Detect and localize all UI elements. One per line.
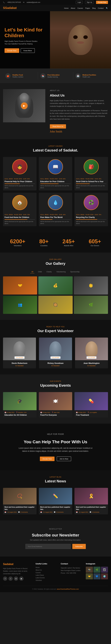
nav-home[interactable]: Home bbox=[64, 7, 68, 9]
newsletter-submit-button[interactable]: Subscribe bbox=[72, 544, 86, 549]
gallery-item-3[interactable]: 👶 bbox=[74, 276, 108, 294]
footer-about-col: Sadakat High Quality Facts Proven In Rec… bbox=[3, 562, 32, 582]
feature-medical-title: Medical Facilities bbox=[82, 74, 96, 76]
email-address: sadakat@gmail.com bbox=[26, 2, 40, 3]
newsletter-tag: Newsletter bbox=[3, 528, 108, 530]
volunteer-role-2: Sr Volunteer bbox=[41, 365, 70, 366]
topbar-donate-button[interactable]: Donate Now bbox=[96, 1, 108, 4]
twitter-icon[interactable]: t bbox=[8, 576, 13, 581]
filter-child[interactable]: Child bbox=[37, 270, 43, 273]
causes-header: Latest Caused Latest Caused of Sadakat. bbox=[3, 145, 108, 152]
insta-item-1[interactable]: 📸 bbox=[86, 567, 93, 573]
news-meta-3: 📅 31 August 2021 💬 3 Comments bbox=[76, 512, 106, 513]
footer-link-volunteer[interactable]: Volunteer bbox=[36, 580, 58, 581]
features-bar: 🍎 Healthy Food Healthy nutrition 📚 Pure … bbox=[0, 68, 111, 83]
volunteer-role-3: Sr Volunteer bbox=[77, 365, 106, 366]
phone-number: +880(1234) 5678-90 bbox=[7, 2, 21, 3]
event-title-2: Food For Everyone bbox=[40, 414, 71, 416]
events-header: Our Events Upcoming Events bbox=[3, 380, 108, 388]
footer-copyright: © 2021 Sadakat. All rights reserved. www… bbox=[32, 588, 79, 590]
footer-link-about[interactable]: About Us bbox=[36, 569, 58, 571]
youtube-icon[interactable]: ▶ bbox=[19, 576, 24, 581]
volunteer-card-2: VOLUNTEER Rickey Goodman Sr Volunteer bbox=[39, 338, 72, 368]
cause-img-3: 🎒 bbox=[74, 157, 108, 176]
cause-card-4: 🏠 GOAL: $5000 RAISE: $700 GIVE: 75% Food… bbox=[3, 193, 36, 226]
gallery-item-2[interactable]: 💰 bbox=[38, 276, 72, 294]
help-join-button[interactable]: Join to Now bbox=[57, 456, 71, 461]
footer-link-causes[interactable]: Causes bbox=[36, 572, 58, 574]
login-button[interactable]: Login bbox=[76, 1, 83, 4]
event-meta-1: 📅 01 May 2021 📍 Houston, USA bbox=[4, 412, 35, 413]
cause-img-1: 👧 bbox=[3, 157, 36, 176]
hero-donate-button[interactable]: Donate Now bbox=[4, 48, 19, 53]
filter-all[interactable]: All bbox=[30, 270, 34, 273]
gallery-item-6[interactable]: 🌿 bbox=[74, 296, 108, 314]
instagram-icon[interactable]: in bbox=[14, 576, 18, 581]
insta-item-3[interactable]: 👨‍👩‍👧 bbox=[101, 567, 108, 573]
nav-causes[interactable]: Causes bbox=[78, 7, 83, 9]
cause-stats-4: GOAL: $5000 RAISE: $700 GIVE: 75% bbox=[4, 214, 35, 215]
footer-link-home[interactable]: Home bbox=[36, 567, 58, 568]
nav-blog[interactable]: Blog bbox=[92, 7, 96, 9]
cause-img-6: ♻️ bbox=[74, 193, 108, 212]
footer: Sadakat High Quality Facts Proven In Rec… bbox=[0, 556, 111, 592]
event-body-1: 📅 01 May 2021 📍 Houston, USA Education f… bbox=[3, 410, 36, 418]
gallery-item-5[interactable]: 🥘 bbox=[38, 296, 72, 314]
insta-item-4[interactable]: 🤝 bbox=[86, 573, 93, 579]
event-title-3: Free Treatment bbox=[76, 414, 106, 416]
insta-item-6[interactable]: 🌍 bbox=[101, 573, 108, 579]
help-section: Help For Poor You Can Help The Poor With… bbox=[0, 424, 111, 470]
help-desc: Lorem ipsum dolor sit amet, consectetur … bbox=[18, 446, 93, 453]
counter-donors-num: 605+ bbox=[89, 238, 101, 245]
about-readmore-button[interactable]: Read More Us bbox=[50, 124, 66, 128]
cause-card-1: 👧 GOAL: $5000 RAISE: $700 GIVE: 50% Fina… bbox=[3, 157, 36, 190]
play-button[interactable]: ▶ bbox=[21, 102, 28, 109]
volunteer-img-1: VOLUNTEER bbox=[3, 338, 36, 360]
volunteers-section: Ready to Help You Our Expert Volunteer V… bbox=[0, 320, 111, 374]
news-img-3: 🎗️ bbox=[74, 488, 108, 504]
nav-pages[interactable]: Pages bbox=[85, 7, 90, 9]
cause-stats-1: GOAL: $5000 RAISE: $700 GIVE: 50% bbox=[4, 178, 35, 180]
cause-title-6: Recycling For Charity bbox=[76, 216, 106, 218]
help-tag: Help For Poor bbox=[18, 433, 93, 436]
signup-button[interactable]: Sign Up bbox=[85, 1, 94, 4]
feature-medical: 🏥 Medical Facilities Health care bbox=[73, 72, 108, 80]
volunteer-role-1: Sr Volunteer bbox=[5, 365, 34, 366]
news-title-2: Best and less published their supplier f… bbox=[40, 506, 71, 511]
event-title-1: Education for All Children bbox=[4, 414, 35, 416]
counter-section: 6200+ Volunteers 80+ Countries 245+ Awar… bbox=[0, 232, 111, 252]
gallery-item-1[interactable]: 🤝 bbox=[3, 276, 37, 294]
newsletter-input[interactable] bbox=[25, 544, 71, 549]
hero-accent: Children bbox=[4, 33, 24, 38]
hero-section: Let's be Kind for Children High Quality … bbox=[0, 11, 111, 68]
footer-link-news[interactable]: Latest News bbox=[36, 574, 58, 576]
about-title: About Us bbox=[50, 94, 108, 98]
cause-card-2: 📖 GOAL: $5000 RAISE: $700 GIVE: 60% Educ… bbox=[39, 157, 72, 190]
footer-contact-col: Contact Opposite Lipton's Tea factory Ne… bbox=[61, 562, 83, 582]
nav-search-icon[interactable]: 🔍 bbox=[106, 7, 108, 9]
cause-body-5: GOAL: $5000 RAISE: $700 GIVE: 40% Pure W… bbox=[39, 212, 72, 226]
nav-about[interactable]: About bbox=[71, 7, 75, 9]
help-donate-button[interactable]: Donate Now bbox=[40, 456, 54, 461]
hero-know-button[interactable]: Know More bbox=[21, 48, 35, 53]
gallery-item-4[interactable]: 👥 bbox=[3, 296, 37, 314]
insta-item-2[interactable]: 🌿 bbox=[94, 567, 100, 573]
insta-item-5[interactable]: 💙 bbox=[94, 573, 100, 579]
nav-contact[interactable]: Contact bbox=[98, 7, 104, 9]
footer-bottom: © 2021 Sadakat. All rights reserved. www… bbox=[3, 586, 108, 590]
filter-sponsorship[interactable]: Sponsorship bbox=[69, 270, 81, 273]
events-tag: Our Events bbox=[3, 380, 108, 382]
gallery-header: Our Gallery Our Gallery bbox=[3, 258, 108, 266]
about-image: ▶ bbox=[3, 89, 45, 122]
hero-background bbox=[50, 11, 111, 68]
filter-charity[interactable]: Charity bbox=[45, 270, 53, 273]
news-meta-1: 📅 31 August 2021 💬 3 Comments bbox=[4, 512, 35, 513]
footer-link-events[interactable]: Latest Events bbox=[36, 577, 58, 578]
events-section: Our Events Upcoming Events 🎓 📅 01 May 20… bbox=[0, 374, 111, 424]
cause-stats-2: GOAL: $5000 RAISE: $700 GIVE: 60% bbox=[40, 178, 71, 180]
feature-medical-text: Medical Facilities Health care bbox=[82, 74, 96, 78]
footer-download-link[interactable]: www.DownloadNewThemes.com bbox=[57, 588, 79, 590]
facebook-icon[interactable]: f bbox=[3, 576, 7, 581]
cause-body-3: GOAL: $5000 RAISE: $700 GIVE: 45% Send C… bbox=[74, 176, 108, 190]
filter-volunteering[interactable]: Volunteering bbox=[55, 270, 67, 273]
